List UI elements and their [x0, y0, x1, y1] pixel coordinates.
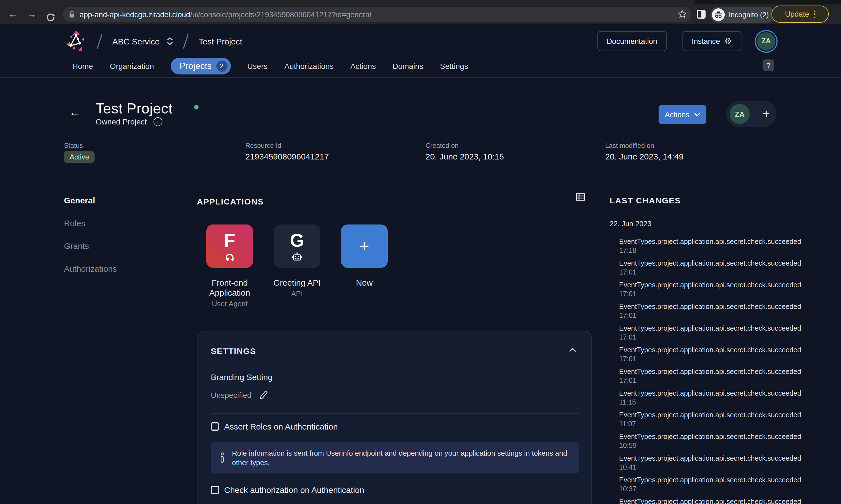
page-subtitle: Owned Project i: [96, 117, 162, 126]
nav-tab-users[interactable]: Users: [247, 62, 268, 71]
app-card-frontend[interactable]: F: [206, 224, 253, 268]
breadcrumb-separator: [183, 34, 189, 49]
header-actions: Documentation Instance ⚙ ZA: [597, 29, 775, 53]
documentation-button[interactable]: Documentation: [597, 31, 667, 51]
modified-on-label: Last modified on: [605, 142, 654, 149]
browser-menu-icon[interactable]: [814, 10, 816, 18]
gear-icon: ⚙: [724, 36, 732, 46]
incognito-badge[interactable]: Incognito (2): [710, 7, 776, 23]
nav-tab-actions[interactable]: Actions: [350, 62, 376, 71]
collapse-chevron-up-icon[interactable]: [569, 348, 576, 352]
event-item[interactable]: EventTypes.project.application.api.secre…: [619, 411, 832, 428]
breadcrumb-org[interactable]: ABC Service: [113, 36, 160, 46]
created-on-value: 20. June 2023, 10:15: [426, 152, 504, 161]
info-figure-icon: [220, 452, 225, 464]
instance-button[interactable]: Instance ⚙: [682, 31, 741, 51]
user-avatar[interactable]: ZA: [757, 32, 775, 50]
incognito-label: Incognito (2): [728, 11, 769, 19]
nav-tab-projects-label: Projects: [180, 61, 212, 71]
app-letter: F: [224, 231, 235, 250]
assert-roles-row[interactable]: Assert Roles on Authentication: [211, 422, 338, 431]
event-item[interactable]: EventTypes.project.application.api.secre…: [619, 433, 832, 450]
side-panel-icon[interactable]: [697, 10, 706, 19]
active-tab[interactable]: [0, 0, 695, 4]
event-name: EventTypes.project.application.api.secre…: [619, 281, 832, 290]
nav-tab-domains[interactable]: Domains: [393, 62, 424, 71]
incognito-icon: [712, 8, 725, 21]
app-name: New: [334, 278, 395, 288]
event-item[interactable]: EventTypes.project.application.api.secre…: [619, 498, 832, 504]
last-changes-heading: LAST CHANGES: [610, 196, 832, 205]
zitadel-logo-icon[interactable]: [66, 30, 87, 53]
url-host: app-and-api-kedcgb.zitadel.cloud: [80, 10, 190, 19]
bookmark-star-icon[interactable]: [677, 10, 687, 19]
assert-roles-checkbox[interactable]: [211, 422, 219, 431]
sidebar-item-roles[interactable]: Roles: [64, 218, 85, 228]
info-icon[interactable]: i: [154, 117, 162, 126]
event-item[interactable]: EventTypes.project.application.api.secre…: [619, 390, 832, 407]
event-name: EventTypes.project.application.api.secre…: [619, 259, 832, 268]
event-item[interactable]: EventTypes.project.application.api.secre…: [619, 238, 832, 255]
event-item[interactable]: EventTypes.project.application.api.secre…: [619, 368, 832, 385]
app-label-greeting-api[interactable]: Greeting API API: [267, 278, 328, 299]
settings-divider: [211, 413, 579, 414]
breadcrumb-project[interactable]: Test Project: [199, 36, 242, 46]
browser-reload-icon[interactable]: [41, 7, 60, 22]
project-members-pill[interactable]: ZA +: [726, 101, 776, 127]
event-name: EventTypes.project.application.api.secre…: [619, 238, 832, 247]
resource-id-value: 219345908096041217: [245, 152, 329, 161]
app-label-new[interactable]: New: [334, 278, 395, 288]
page-title: Test Project: [96, 100, 172, 117]
org-switcher-icon[interactable]: [167, 37, 173, 45]
event-item[interactable]: EventTypes.project.application.api.secre…: [619, 346, 832, 363]
sidebar-item-authorizations[interactable]: Authorizations: [64, 264, 117, 273]
settings-heading: SETTINGS: [211, 346, 256, 356]
nav-tab-settings[interactable]: Settings: [440, 62, 468, 71]
roles-info-text: Role information is sent from Userinfo e…: [232, 448, 570, 467]
event-item[interactable]: EventTypes.project.application.api.secre…: [619, 281, 832, 299]
nav-tab-organization[interactable]: Organization: [110, 62, 154, 71]
nav-tab-projects[interactable]: Projects 2: [171, 58, 231, 74]
nav-tab-authorizations[interactable]: Authorizations: [284, 62, 333, 71]
browser-forward-icon[interactable]: →: [22, 4, 41, 24]
breadcrumb: ABC Service Test Project: [66, 28, 242, 54]
app-card-greeting-api[interactable]: G: [274, 224, 320, 268]
sidebar-item-grants[interactable]: Grants: [64, 241, 89, 251]
documentation-label: Documentation: [606, 37, 657, 45]
branding-setting-value: Unspecified: [211, 390, 268, 399]
check-authorization-row[interactable]: Check authorization on Authentication: [211, 485, 364, 494]
branding-value-text: Unspecified: [211, 390, 252, 399]
event-name: EventTypes.project.application.api.secre…: [619, 390, 832, 398]
event-item[interactable]: EventTypes.project.application.api.secre…: [619, 325, 832, 342]
event-item[interactable]: EventTypes.project.application.api.secre…: [619, 303, 832, 320]
event-time: 10:59: [619, 442, 832, 450]
event-item[interactable]: EventTypes.project.application.api.secre…: [619, 476, 832, 493]
app-letter: G: [290, 231, 304, 250]
browser-back-icon[interactable]: ←: [3, 4, 22, 24]
actions-button[interactable]: Actions: [658, 105, 706, 124]
event-item[interactable]: EventTypes.project.application.api.secre…: [619, 454, 832, 472]
app-type: API: [267, 289, 328, 299]
check-authorization-checkbox[interactable]: [211, 486, 219, 494]
event-name: EventTypes.project.application.api.secre…: [619, 411, 832, 420]
screen: ← → app-and-api-kedcgb.zitadel.cloud/ui/…: [0, 0, 841, 504]
url-path: /ui/console/projects/219345908096041217?…: [190, 10, 371, 19]
event-time: 17:01: [619, 355, 832, 363]
assert-roles-label: Assert Roles on Authentication: [224, 422, 338, 431]
check-authorization-label: Check authorization on Authentication: [224, 485, 364, 494]
table-view-icon[interactable]: [576, 193, 585, 201]
update-button[interactable]: Update: [771, 5, 829, 23]
branding-setting-label: Branding Setting: [211, 372, 273, 382]
url-bar[interactable]: app-and-api-kedcgb.zitadel.cloud/ui/cons…: [63, 7, 691, 22]
app-label-frontend[interactable]: Front-end Application User Agent: [199, 278, 260, 309]
back-button[interactable]: ←: [69, 106, 81, 119]
app-card-new[interactable]: +: [341, 224, 388, 268]
edit-pencil-icon[interactable]: [259, 390, 268, 399]
created-on-label: Created on: [426, 142, 459, 149]
nav-tab-home[interactable]: Home: [72, 62, 93, 71]
event-item[interactable]: EventTypes.project.application.api.secre…: [619, 259, 832, 277]
sidebar-item-general[interactable]: General: [64, 196, 95, 205]
event-time: 10:37: [619, 485, 832, 493]
help-button[interactable]: ?: [762, 59, 774, 71]
add-member-icon[interactable]: +: [762, 107, 770, 121]
